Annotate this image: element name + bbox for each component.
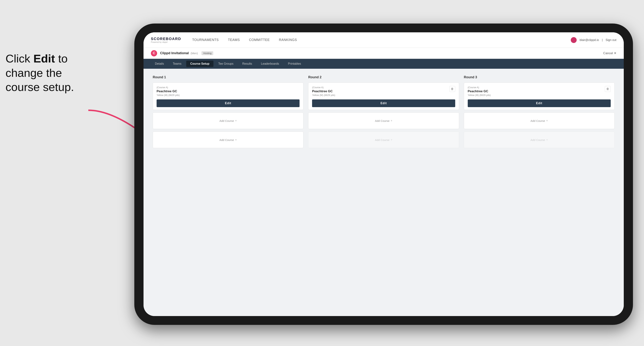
course-card-r2-header: (Course A) Peachtree GC Yellow (M) (6629… — [312, 86, 455, 99]
user-email: blair@clippd.io — [580, 38, 599, 42]
nav-rankings[interactable]: RANKINGS — [279, 38, 297, 42]
add-plus-r3-1: + — [546, 119, 548, 122]
tournament-bar: C Clippd Invitational (Men) Hosting Canc… — [144, 48, 624, 59]
edit-button-r1[interactable]: Edit — [156, 99, 300, 107]
tournament-logo: C — [151, 50, 157, 56]
course-card-r3-info: (Course A) Peachtree GC Yellow (M) (6629… — [468, 86, 605, 99]
round-3-title: Round 3 — [464, 75, 614, 79]
round-2-column: Round 2 (Course A) Peachtree GC Yellow (… — [308, 75, 459, 151]
add-plus-r2-1: + — [391, 119, 392, 122]
sub-nav: Details Teams Course Setup Tee Groups Re… — [144, 59, 624, 69]
nav-right: blair@clippd.io | Sign out — [571, 37, 616, 43]
add-course-r3-2-label: Add Course — [530, 138, 545, 142]
add-plus-r2-2: + — [391, 138, 392, 142]
course-details-r2: Yellow (M) (6629 yds) — [312, 94, 449, 96]
course-card-r3: (Course A) Peachtree GC Yellow (M) (6629… — [464, 82, 614, 110]
round-1-title: Round 1 — [153, 75, 304, 79]
hosting-badge: Hosting — [202, 51, 213, 55]
sign-out-link[interactable]: Sign out — [606, 38, 616, 42]
edit-button-r3[interactable]: Edit — [468, 99, 611, 107]
tab-tee-groups[interactable]: Tee Groups — [214, 61, 238, 67]
tournament-gender: (Men) — [190, 52, 198, 55]
course-name-r3: Peachtree GC — [468, 89, 605, 93]
course-card-r3-header: (Course A) Peachtree GC Yellow (M) (6629… — [468, 86, 611, 99]
main-content: Round 1 (Course A) Peachtree GC Yellow (… — [144, 69, 624, 316]
add-course-r3-1-label: Add Course — [530, 119, 545, 122]
add-course-r1-2-label: Add Course — [219, 138, 234, 142]
tablet-device: SCOREBOARD Powered by clippd TOURNAMENTS… — [134, 23, 633, 325]
add-course-r1-1[interactable]: Add Course + — [153, 112, 304, 129]
rounds-container: Round 1 (Course A) Peachtree GC Yellow (… — [153, 75, 614, 151]
add-plus-r3-2: + — [546, 138, 548, 142]
add-plus-r1-2: + — [235, 138, 237, 142]
logo-title: SCOREBOARD — [151, 37, 181, 41]
round-2-title: Round 2 — [308, 75, 459, 79]
course-details-r1: Yellow (M) (6629 yds) — [156, 94, 300, 96]
course-label-r1: (Course A) — [156, 86, 300, 89]
tab-course-setup[interactable]: Course Setup — [186, 61, 214, 67]
user-avatar — [571, 37, 577, 43]
add-course-r1-2[interactable]: Add Course + — [153, 132, 304, 148]
nav-tournaments[interactable]: TOURNAMENTS — [192, 38, 218, 42]
divider: | — [602, 38, 602, 42]
course-name-r1: Peachtree GC — [156, 89, 300, 93]
instruction-bold: Edit — [34, 52, 55, 65]
course-card-r1: (Course A) Peachtree GC Yellow (M) (6629… — [153, 82, 304, 110]
course-card-r2: (Course A) Peachtree GC Yellow (M) (6629… — [308, 82, 459, 110]
cancel-button[interactable]: Cancel ✕ — [603, 51, 616, 55]
course-label-r2: (Course A) — [312, 86, 449, 89]
course-card-r1-info: (Course A) Peachtree GC Yellow (M) (6629… — [156, 86, 300, 99]
add-course-r2-2-label: Add Course — [375, 138, 390, 142]
delete-button-r2[interactable]: 🗑 — [449, 86, 455, 92]
add-course-r3-1[interactable]: Add Course + — [464, 112, 614, 129]
round-3-column: Round 3 (Course A) Peachtree GC Yellow (… — [464, 75, 614, 151]
logo-subtitle: Powered by clippd — [151, 41, 181, 43]
add-plus-r1-1: + — [235, 119, 237, 122]
nav-teams[interactable]: TEAMS — [228, 38, 240, 42]
course-card-r1-header: (Course A) Peachtree GC Yellow (M) (6629… — [156, 86, 300, 99]
top-nav: SCOREBOARD Powered by clippd TOURNAMENTS… — [144, 32, 624, 48]
add-course-r1-1-label: Add Course — [219, 119, 234, 122]
scoreboard-logo: SCOREBOARD Powered by clippd — [151, 37, 181, 43]
edit-button-r2[interactable]: Edit — [312, 99, 455, 107]
round-1-column: Round 1 (Course A) Peachtree GC Yellow (… — [153, 75, 304, 151]
add-course-r3-2: Add Course + — [464, 132, 614, 148]
tab-results[interactable]: Results — [238, 61, 256, 67]
add-course-r2-2: Add Course + — [308, 132, 459, 148]
nav-links: TOURNAMENTS TEAMS COMMITTEE RANKINGS — [192, 38, 570, 42]
tab-leaderboards[interactable]: Leaderboards — [257, 61, 283, 67]
instruction-text: Click Edit tochange thecourse setup. — [6, 51, 112, 94]
course-label-r3: (Course A) — [468, 86, 605, 89]
instruction-prefix: Click — [6, 52, 34, 65]
course-details-r3: Yellow (M) (6629 yds) — [468, 94, 605, 96]
course-name-r2: Peachtree GC — [312, 89, 449, 93]
tablet-screen: SCOREBOARD Powered by clippd TOURNAMENTS… — [144, 32, 624, 316]
delete-button-r3[interactable]: 🗑 — [605, 86, 611, 92]
tab-teams[interactable]: Teams — [169, 61, 186, 67]
add-course-r2-1[interactable]: Add Course + — [308, 112, 459, 129]
tab-printables[interactable]: Printables — [284, 61, 305, 67]
tournament-name: Clippd Invitational — [160, 51, 189, 55]
nav-committee[interactable]: COMMITTEE — [249, 38, 270, 42]
course-card-r2-info: (Course A) Peachtree GC Yellow (M) (6629… — [312, 86, 449, 99]
tab-details[interactable]: Details — [151, 61, 168, 67]
add-course-r2-1-label: Add Course — [375, 119, 390, 122]
